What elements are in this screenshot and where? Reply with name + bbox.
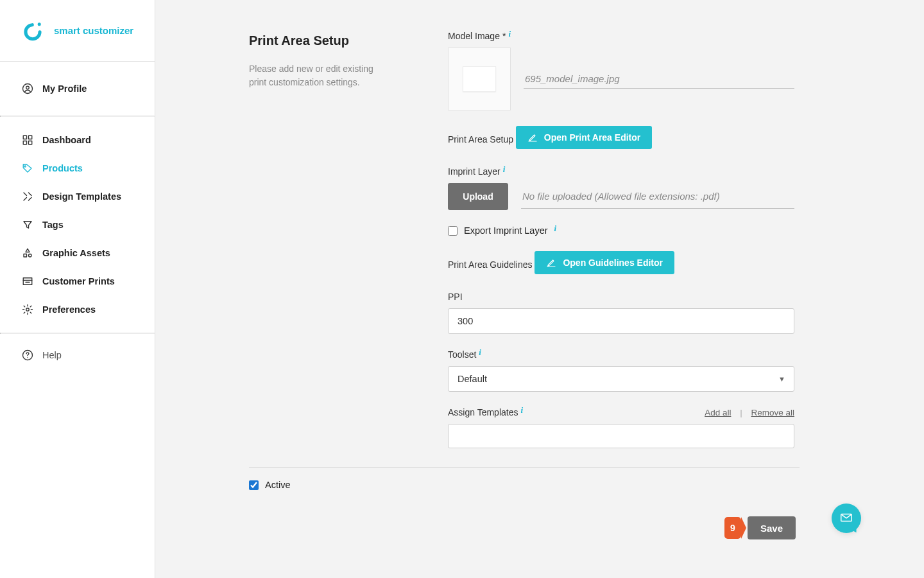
toolset-select[interactable]: Default	[448, 366, 794, 392]
sidebar-item-label: Products	[42, 163, 83, 173]
pencil-icon	[546, 258, 556, 268]
gear-icon	[22, 304, 33, 315]
badge-value: 9	[730, 523, 735, 533]
sidebar-item-tags[interactable]: Tags	[0, 211, 155, 239]
open-print-area-editor-button[interactable]: Open Print Area Editor	[516, 126, 652, 149]
field-ppi: PPI	[448, 292, 794, 334]
sidebar-item-design-templates[interactable]: Design Templates	[0, 182, 155, 211]
button-label: Upload	[463, 191, 493, 202]
help-icon	[22, 349, 33, 361]
save-button[interactable]: Save	[748, 516, 796, 539]
remove-all-link[interactable]: Remove all	[751, 408, 794, 417]
sidebar-item-dashboard[interactable]: Dashboard	[0, 126, 155, 154]
checkbox-label: Export Imprint Layer	[464, 225, 548, 236]
field-imprint-layer: Imprint Layer i Upload No file uploaded …	[448, 166, 794, 210]
brand-logo[interactable]: smart customizer	[0, 0, 155, 62]
template-link-actions: Add all | Remove all	[705, 408, 794, 417]
svg-rect-9	[24, 254, 27, 258]
field-label: Imprint Layer i	[448, 166, 505, 177]
open-guidelines-editor-button[interactable]: Open Guidelines Editor	[535, 251, 674, 274]
export-imprint-layer-checkbox[interactable]	[448, 226, 458, 236]
templates-icon	[22, 191, 33, 202]
svg-point-0	[26, 24, 40, 39]
field-label: Toolset i	[448, 349, 481, 360]
button-label: Save	[760, 523, 783, 534]
tag-icon	[22, 162, 33, 174]
sidebar-item-label: Tags	[42, 220, 64, 230]
upload-button[interactable]: Upload	[448, 183, 508, 210]
button-label: Open Print Area Editor	[544, 132, 640, 143]
field-toolset: Toolset i Default ▼	[448, 349, 794, 392]
label-text: Model Image	[448, 31, 500, 41]
label-text: Imprint Layer	[448, 166, 501, 177]
chat-support-button[interactable]	[832, 504, 861, 533]
field-label: Print Area Setup	[448, 134, 513, 144]
sidebar-item-help[interactable]: Help	[0, 334, 155, 376]
label-text: Assign Templates	[448, 407, 518, 417]
info-icon[interactable]: i	[554, 223, 557, 234]
info-icon[interactable]: i	[520, 405, 523, 416]
svg-point-2	[23, 84, 33, 94]
prints-icon	[22, 276, 33, 287]
brand-name: smart customizer	[54, 25, 133, 36]
info-icon[interactable]: i	[479, 347, 481, 358]
sidebar-item-label: My Profile	[42, 83, 87, 94]
svg-point-10	[29, 254, 32, 258]
field-export-imprint-layer: Export Imprint Layer i	[448, 225, 794, 236]
sidebar: smart customizer My Profile Dashboard Pr…	[0, 0, 155, 578]
sidebar-item-label: Preferences	[42, 304, 96, 315]
checkbox-label: Active	[265, 480, 291, 490]
sidebar-item-label: Customer Prints	[42, 276, 115, 286]
field-print-area-setup: Print Area Setup Open Print Area Editor	[448, 126, 794, 151]
field-model-image: Model Image * i 695_model_image.jpg	[448, 31, 794, 110]
add-all-link[interactable]: Add all	[705, 408, 731, 417]
sidebar-item-label: Graphic Assets	[42, 248, 110, 258]
svg-rect-4	[23, 136, 26, 139]
field-label: Print Area Guidelines	[448, 259, 533, 270]
ppi-input[interactable]	[448, 308, 794, 334]
filter-icon	[22, 219, 33, 231]
shapes-icon	[22, 247, 33, 259]
separator: |	[740, 408, 742, 417]
required-indicator: *	[502, 31, 506, 41]
page-title: Print Area Setup	[249, 33, 448, 48]
pencil-icon	[527, 132, 538, 143]
image-placeholder-icon	[463, 66, 496, 92]
upload-status-text: No file uploaded (Allowed file extension…	[521, 184, 794, 209]
main-content: Print Area Setup Please add new or edit …	[155, 0, 924, 578]
pending-count-badge: 9	[724, 517, 741, 539]
svg-rect-11	[23, 278, 32, 285]
info-icon[interactable]: i	[503, 164, 506, 175]
active-checkbox-row[interactable]: Active	[249, 480, 800, 490]
sidebar-item-label: Help	[42, 350, 62, 360]
logo-icon	[22, 20, 44, 42]
sidebar-item-preferences[interactable]: Preferences	[0, 295, 155, 324]
model-image-filename: 695_model_image.jpg	[524, 69, 794, 89]
profile-icon	[22, 83, 33, 94]
sidebar-item-customer-prints[interactable]: Customer Prints	[0, 267, 155, 295]
sidebar-item-graphic-assets[interactable]: Graphic Assets	[0, 239, 155, 267]
field-print-area-guidelines: Print Area Guidelines Open Guidelines Ed…	[448, 251, 794, 276]
info-icon[interactable]: i	[508, 29, 511, 39]
select-value: Default	[458, 374, 487, 384]
svg-rect-6	[23, 141, 26, 144]
sidebar-item-products[interactable]: Products	[0, 154, 155, 182]
assign-templates-box[interactable]	[448, 424, 794, 448]
mail-icon	[839, 511, 853, 527]
divider	[249, 468, 800, 468]
svg-point-3	[26, 86, 30, 89]
model-image-thumbnail[interactable]	[448, 48, 511, 110]
active-checkbox[interactable]	[249, 480, 259, 490]
label-text: Toolset	[448, 349, 476, 360]
svg-point-14	[26, 308, 30, 311]
field-label: Model Image * i	[448, 31, 511, 41]
field-label: PPI	[448, 292, 463, 302]
svg-rect-5	[29, 136, 32, 139]
sidebar-item-label: Dashboard	[42, 135, 91, 145]
button-label: Open Guidelines Editor	[563, 258, 663, 268]
field-label: Assign Templates i	[448, 407, 523, 417]
export-imprint-layer-checkbox-row[interactable]: Export Imprint Layer i	[448, 225, 794, 236]
sidebar-item-profile[interactable]: My Profile	[0, 62, 155, 116]
page-description: Please add new or edit existing print cu…	[249, 62, 377, 89]
sidebar-item-label: Design Templates	[42, 191, 121, 202]
